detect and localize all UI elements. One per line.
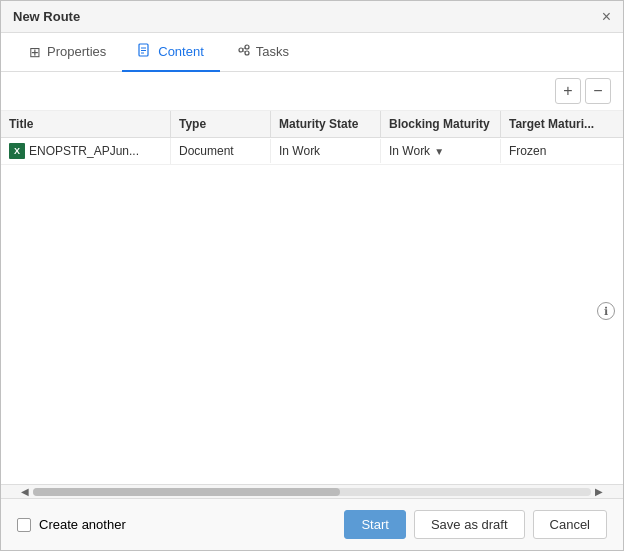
tab-properties[interactable]: ⊞ Properties xyxy=(13,33,122,72)
close-button[interactable]: × xyxy=(602,9,611,25)
col-header-target: Target Maturi... xyxy=(501,111,621,137)
cell-target: Frozen xyxy=(501,139,621,163)
create-another-checkbox[interactable] xyxy=(17,518,31,532)
tab-content-label: Content xyxy=(158,44,204,59)
svg-line-8 xyxy=(243,51,245,53)
tab-properties-label: Properties xyxy=(47,44,106,59)
scrollbar-track[interactable] xyxy=(33,488,591,496)
scroll-right-arrow[interactable]: ▶ xyxy=(591,486,607,497)
svg-point-6 xyxy=(245,51,249,55)
table-toolbar: + − xyxy=(1,72,623,111)
col-header-title: Title xyxy=(1,111,171,137)
create-another-label: Create another xyxy=(39,517,126,532)
cell-maturity: In Work xyxy=(271,139,381,163)
cancel-button[interactable]: Cancel xyxy=(533,510,607,539)
horizontal-scrollbar[interactable]: ◀ ▶ xyxy=(1,484,623,498)
remove-button[interactable]: − xyxy=(585,78,611,104)
svg-point-4 xyxy=(239,48,243,52)
cell-title: X ENOPSTR_APJun... xyxy=(1,138,171,164)
content-icon xyxy=(138,43,152,60)
col-header-type: Type xyxy=(171,111,271,137)
dialog-footer: Create another Start Save as draft Cance… xyxy=(1,498,623,550)
footer-buttons: Start Save as draft Cancel xyxy=(344,510,607,539)
dialog-header: New Route × xyxy=(1,1,623,33)
svg-point-5 xyxy=(245,45,249,49)
table-header: Title Type Maturity State Blocking Matur… xyxy=(1,111,623,138)
tasks-icon xyxy=(236,43,250,60)
table-body: X ENOPSTR_APJun... Document In Work In W… xyxy=(1,138,623,484)
create-another-container: Create another xyxy=(17,517,126,532)
new-route-dialog: New Route × ⊞ Properties Content xyxy=(0,0,624,551)
cell-type: Document xyxy=(171,139,271,163)
cell-blocking[interactable]: In Work ▼ xyxy=(381,139,501,163)
table-empty-space xyxy=(1,165,623,215)
svg-line-7 xyxy=(243,48,245,50)
dialog-title: New Route xyxy=(13,9,80,24)
properties-icon: ⊞ xyxy=(29,44,41,60)
tab-bar: ⊞ Properties Content xyxy=(1,33,623,72)
col-header-maturity: Maturity State xyxy=(271,111,381,137)
save-draft-button[interactable]: Save as draft xyxy=(414,510,525,539)
scrollbar-thumb[interactable] xyxy=(33,488,340,496)
scroll-left-arrow[interactable]: ◀ xyxy=(17,486,33,497)
tab-tasks-label: Tasks xyxy=(256,44,289,59)
content-table-wrapper: Title Type Maturity State Blocking Matur… xyxy=(1,111,623,498)
tab-content[interactable]: Content xyxy=(122,33,220,72)
content-table: Title Type Maturity State Blocking Matur… xyxy=(1,111,623,484)
table-row[interactable]: X ENOPSTR_APJun... Document In Work In W… xyxy=(1,138,623,165)
info-button[interactable]: ℹ xyxy=(597,302,615,320)
col-header-blocking: Blocking Maturity xyxy=(381,111,501,137)
excel-icon: X xyxy=(9,143,25,159)
tab-tasks[interactable]: Tasks xyxy=(220,33,305,72)
blocking-dropdown-arrow: ▼ xyxy=(434,146,444,157)
add-button[interactable]: + xyxy=(555,78,581,104)
start-button[interactable]: Start xyxy=(344,510,405,539)
